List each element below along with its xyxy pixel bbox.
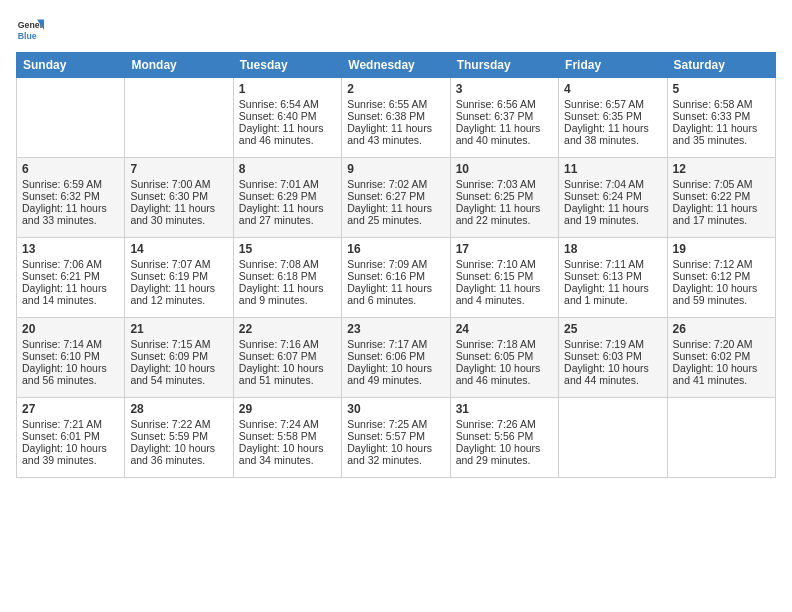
day-number: 1 <box>239 82 336 96</box>
day-number: 24 <box>456 322 553 336</box>
calendar-cell: 15Sunrise: 7:08 AMSunset: 6:18 PMDayligh… <box>233 238 341 318</box>
day-info: Sunrise: 7:06 AM <box>22 258 119 270</box>
day-number: 27 <box>22 402 119 416</box>
day-info: Daylight: 11 hours and 40 minutes. <box>456 122 553 146</box>
day-info: Daylight: 10 hours and 54 minutes. <box>130 362 227 386</box>
day-info: Daylight: 10 hours and 29 minutes. <box>456 442 553 466</box>
day-info: Sunrise: 7:01 AM <box>239 178 336 190</box>
day-number: 31 <box>456 402 553 416</box>
day-info: Sunset: 6:27 PM <box>347 190 444 202</box>
day-info: Sunrise: 7:03 AM <box>456 178 553 190</box>
day-header-friday: Friday <box>559 53 667 78</box>
day-number: 10 <box>456 162 553 176</box>
day-info: Sunset: 6:21 PM <box>22 270 119 282</box>
day-info: Daylight: 11 hours and 1 minute. <box>564 282 661 306</box>
day-header-tuesday: Tuesday <box>233 53 341 78</box>
day-number: 29 <box>239 402 336 416</box>
calendar-cell: 18Sunrise: 7:11 AMSunset: 6:13 PMDayligh… <box>559 238 667 318</box>
day-info: Sunrise: 7:14 AM <box>22 338 119 350</box>
day-info: Sunset: 6:38 PM <box>347 110 444 122</box>
day-info: Sunrise: 7:12 AM <box>673 258 770 270</box>
day-info: Sunrise: 7:19 AM <box>564 338 661 350</box>
day-number: 15 <box>239 242 336 256</box>
day-info: Sunrise: 7:16 AM <box>239 338 336 350</box>
day-info: Daylight: 10 hours and 46 minutes. <box>456 362 553 386</box>
day-info: Daylight: 11 hours and 43 minutes. <box>347 122 444 146</box>
day-info: Daylight: 10 hours and 39 minutes. <box>22 442 119 466</box>
day-info: Sunrise: 7:07 AM <box>130 258 227 270</box>
day-info: Sunrise: 6:58 AM <box>673 98 770 110</box>
day-info: Daylight: 11 hours and 27 minutes. <box>239 202 336 226</box>
day-info: Sunrise: 7:25 AM <box>347 418 444 430</box>
calendar-week-row: 27Sunrise: 7:21 AMSunset: 6:01 PMDayligh… <box>17 398 776 478</box>
day-info: Sunrise: 6:56 AM <box>456 98 553 110</box>
day-info: Sunrise: 6:55 AM <box>347 98 444 110</box>
day-info: Sunset: 6:32 PM <box>22 190 119 202</box>
calendar-week-row: 20Sunrise: 7:14 AMSunset: 6:10 PMDayligh… <box>17 318 776 398</box>
day-info: Sunset: 6:10 PM <box>22 350 119 362</box>
calendar-cell: 21Sunrise: 7:15 AMSunset: 6:09 PMDayligh… <box>125 318 233 398</box>
calendar-cell: 28Sunrise: 7:22 AMSunset: 5:59 PMDayligh… <box>125 398 233 478</box>
day-info: Sunset: 6:05 PM <box>456 350 553 362</box>
day-number: 11 <box>564 162 661 176</box>
day-info: Sunrise: 7:15 AM <box>130 338 227 350</box>
day-number: 19 <box>673 242 770 256</box>
calendar-cell: 10Sunrise: 7:03 AMSunset: 6:25 PMDayligh… <box>450 158 558 238</box>
day-info: Sunset: 5:57 PM <box>347 430 444 442</box>
calendar-cell: 30Sunrise: 7:25 AMSunset: 5:57 PMDayligh… <box>342 398 450 478</box>
day-number: 12 <box>673 162 770 176</box>
header-row: SundayMondayTuesdayWednesdayThursdayFrid… <box>17 53 776 78</box>
day-number: 20 <box>22 322 119 336</box>
day-info: Daylight: 11 hours and 30 minutes. <box>130 202 227 226</box>
day-info: Daylight: 11 hours and 22 minutes. <box>456 202 553 226</box>
day-number: 18 <box>564 242 661 256</box>
day-number: 4 <box>564 82 661 96</box>
day-info: Sunset: 6:29 PM <box>239 190 336 202</box>
day-info: Sunrise: 7:17 AM <box>347 338 444 350</box>
day-info: Daylight: 11 hours and 6 minutes. <box>347 282 444 306</box>
calendar-cell: 25Sunrise: 7:19 AMSunset: 6:03 PMDayligh… <box>559 318 667 398</box>
day-info: Sunset: 6:19 PM <box>130 270 227 282</box>
day-number: 6 <box>22 162 119 176</box>
day-number: 14 <box>130 242 227 256</box>
day-number: 13 <box>22 242 119 256</box>
day-info: Sunrise: 7:04 AM <box>564 178 661 190</box>
calendar-cell: 24Sunrise: 7:18 AMSunset: 6:05 PMDayligh… <box>450 318 558 398</box>
calendar-cell: 27Sunrise: 7:21 AMSunset: 6:01 PMDayligh… <box>17 398 125 478</box>
day-number: 26 <box>673 322 770 336</box>
day-info: Daylight: 11 hours and 33 minutes. <box>22 202 119 226</box>
day-number: 7 <box>130 162 227 176</box>
day-info: Sunset: 6:02 PM <box>673 350 770 362</box>
page-header: General Blue <box>16 16 776 44</box>
calendar-cell <box>559 398 667 478</box>
day-info: Daylight: 10 hours and 44 minutes. <box>564 362 661 386</box>
day-info: Sunset: 6:01 PM <box>22 430 119 442</box>
day-number: 25 <box>564 322 661 336</box>
calendar-cell: 3Sunrise: 6:56 AMSunset: 6:37 PMDaylight… <box>450 78 558 158</box>
day-info: Daylight: 10 hours and 56 minutes. <box>22 362 119 386</box>
calendar-cell: 31Sunrise: 7:26 AMSunset: 5:56 PMDayligh… <box>450 398 558 478</box>
day-info: Sunset: 6:37 PM <box>456 110 553 122</box>
calendar-cell: 11Sunrise: 7:04 AMSunset: 6:24 PMDayligh… <box>559 158 667 238</box>
day-info: Sunrise: 7:02 AM <box>347 178 444 190</box>
calendar-cell: 29Sunrise: 7:24 AMSunset: 5:58 PMDayligh… <box>233 398 341 478</box>
day-info: Sunrise: 7:11 AM <box>564 258 661 270</box>
day-info: Daylight: 10 hours and 36 minutes. <box>130 442 227 466</box>
day-number: 16 <box>347 242 444 256</box>
day-info: Sunset: 6:25 PM <box>456 190 553 202</box>
day-info: Sunset: 6:06 PM <box>347 350 444 362</box>
logo: General Blue <box>16 16 48 44</box>
day-number: 17 <box>456 242 553 256</box>
day-info: Sunrise: 7:18 AM <box>456 338 553 350</box>
day-info: Sunset: 6:18 PM <box>239 270 336 282</box>
day-info: Daylight: 11 hours and 46 minutes. <box>239 122 336 146</box>
svg-text:Blue: Blue <box>18 31 37 41</box>
calendar-cell: 1Sunrise: 6:54 AMSunset: 6:40 PMDaylight… <box>233 78 341 158</box>
calendar-cell <box>125 78 233 158</box>
day-info: Daylight: 11 hours and 12 minutes. <box>130 282 227 306</box>
day-info: Sunset: 6:09 PM <box>130 350 227 362</box>
day-info: Daylight: 11 hours and 25 minutes. <box>347 202 444 226</box>
day-info: Sunset: 6:22 PM <box>673 190 770 202</box>
day-info: Sunset: 6:35 PM <box>564 110 661 122</box>
day-info: Daylight: 10 hours and 59 minutes. <box>673 282 770 306</box>
